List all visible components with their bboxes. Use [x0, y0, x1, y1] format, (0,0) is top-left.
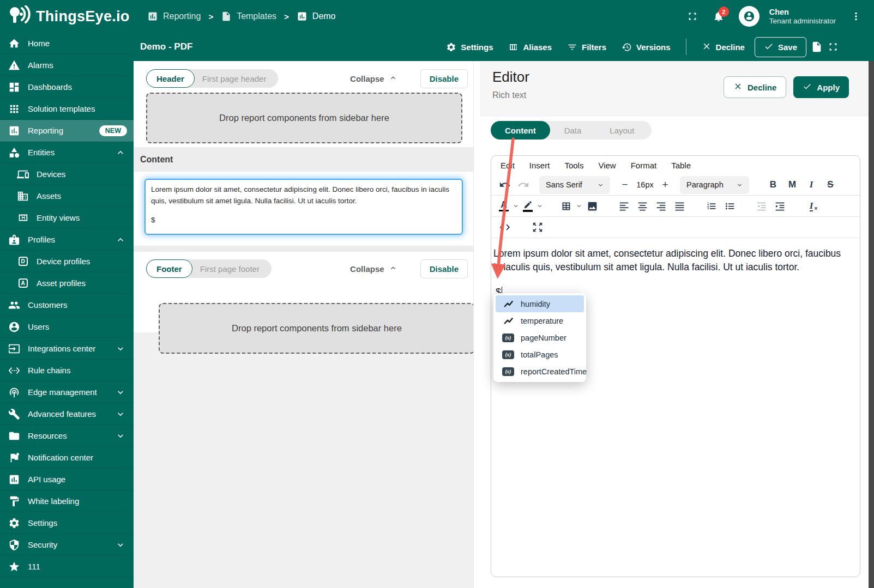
sidebar-item-home[interactable]: Home [0, 33, 134, 54]
font-family-select[interactable]: Sans Serif [539, 176, 610, 194]
undo-button[interactable] [496, 175, 514, 194]
sidebar-item-api-usage[interactable]: API usage [0, 469, 134, 490]
align-left-button[interactable] [614, 197, 633, 215]
breadcrumb-item-demo[interactable]: Demo [297, 11, 336, 22]
sidebar-item-resources[interactable]: Resources [0, 425, 134, 447]
outdent-button[interactable] [752, 197, 770, 215]
editor-apply-button[interactable]: Apply [793, 76, 849, 98]
save-report-button[interactable]: Save [755, 37, 806, 57]
image-button[interactable] [583, 197, 601, 215]
sidebar-item-entity-views[interactable]: Entity views [0, 207, 134, 229]
sidebar-item-devices[interactable]: Devices [0, 163, 134, 185]
menu-insert[interactable]: Insert [529, 161, 550, 170]
bold-button[interactable]: B [764, 175, 782, 194]
italic-button[interactable]: I [803, 175, 820, 194]
sidebar-item-integrations-center[interactable]: Integrations center [0, 338, 134, 360]
brand-logo[interactable]: ThingsEye.io [0, 5, 135, 27]
clear-formatting-button[interactable]: I× [802, 197, 821, 215]
footer-collapse-button[interactable]: Collapse [350, 264, 397, 274]
indent-button[interactable] [770, 197, 789, 215]
source-code-button[interactable] [496, 218, 514, 237]
tab-data[interactable]: Data [550, 121, 596, 140]
home-icon [8, 37, 21, 50]
text-color-button[interactable]: A [496, 197, 512, 215]
editor-toolbar-row-1: Sans Serif − 16px + Paragraph BMIS [491, 174, 860, 195]
sidebar-item-notification-center[interactable]: Notification center [0, 447, 134, 469]
content-editor-preview[interactable]: Lorem ipsum dolor sit amet, consectetur … [144, 179, 463, 235]
sidebar-item-settings[interactable]: Settings [0, 512, 134, 534]
sidebar-item-edge-management[interactable]: Edge management [0, 381, 134, 403]
sidebar-item-asset-profiles[interactable]: AAsset profiles [0, 272, 134, 294]
page-scrollbar[interactable] [869, 61, 874, 588]
user-block[interactable]: Chen Tenant administrator [769, 7, 836, 26]
sidebar-item-rule-chains[interactable]: Rule chains [0, 360, 134, 381]
generate-report-button[interactable] [811, 41, 823, 53]
sidebar-item-assets[interactable]: Assets [0, 185, 134, 207]
menu-table[interactable]: Table [671, 161, 691, 170]
tab-layout[interactable]: Layout [595, 121, 648, 140]
sidebar-item-users[interactable]: Users [0, 316, 134, 338]
font-size-value[interactable]: 16px [634, 180, 656, 189]
settings-toolbar-button[interactable]: Settings [441, 38, 498, 57]
sidebar-item-profiles[interactable]: Profiles [0, 229, 134, 251]
align-center-button[interactable] [633, 197, 652, 215]
font-size-increase-button[interactable]: + [656, 175, 674, 194]
redo-button[interactable] [514, 175, 533, 194]
top-actions: 2 Chen Tenant administrator [686, 6, 874, 27]
avatar[interactable] [739, 6, 760, 27]
toolbar-fullscreen-button[interactable] [827, 41, 839, 53]
menu-edit[interactable]: Edit [501, 161, 515, 170]
sidebar-item-customers[interactable]: Customers [0, 294, 134, 316]
sidebar-item-111[interactable]: 111 [0, 556, 134, 578]
align-right-button[interactable] [652, 197, 670, 215]
font-size-decrease-button[interactable]: − [616, 175, 634, 194]
header-tab[interactable]: Header [146, 69, 195, 88]
header-disable-button[interactable]: Disable [420, 69, 468, 88]
autocomplete-option-totalPages[interactable]: (x)totalPages [496, 346, 584, 363]
sidebar-item-reporting[interactable]: ReportingNEW [0, 120, 134, 142]
header-collapse-button[interactable]: Collapse [350, 74, 397, 84]
footer-disable-button[interactable]: Disable [420, 259, 468, 278]
menu-tools[interactable]: Tools [564, 161, 583, 170]
fullscreen-button[interactable] [686, 10, 698, 22]
sidebar-item-white-labeling[interactable]: White labeling [0, 490, 134, 512]
autocomplete-option-humidity[interactable]: humidity [496, 295, 584, 312]
kebab-menu-button[interactable] [850, 10, 862, 22]
aliases-toolbar-button[interactable]: Aliases [503, 38, 557, 57]
tab-content[interactable]: Content [491, 121, 550, 140]
breadcrumb-item-reporting[interactable]: Reporting [147, 11, 201, 22]
sidebar-item-entities[interactable]: Entities [0, 142, 134, 163]
header-dropzone[interactable]: Drop report components from sidebar here [146, 93, 462, 143]
numbered-list-button[interactable]: 123 [702, 197, 720, 215]
sidebar-item-solution-templates[interactable]: Solution templates [0, 98, 134, 120]
filters-toolbar-button[interactable]: Filters [562, 38, 612, 57]
sidebar-item-dashboards[interactable]: Dashboards [0, 76, 134, 98]
menu-view[interactable]: View [598, 161, 616, 170]
editor-content-area[interactable]: Lorem ipsum dolor sit amet, consectetur … [491, 238, 860, 299]
merge-tag-button[interactable]: M [783, 175, 801, 194]
chevron-down-icon [115, 539, 126, 550]
sidebar-item-device-profiles[interactable]: DDevice profiles [0, 251, 134, 272]
editor-fullscreen-button[interactable] [528, 218, 547, 237]
autocomplete-option-temperature[interactable]: temperature [496, 312, 584, 329]
editor-decline-button[interactable]: Decline [724, 76, 786, 98]
first-page-header-tab[interactable]: First page header [195, 74, 279, 83]
sidebar-item-advanced-features[interactable]: Advanced features [0, 403, 134, 425]
align-justify-button[interactable] [670, 197, 689, 215]
first-page-footer-tab[interactable]: First page footer [192, 264, 272, 274]
block-format-select[interactable]: Paragraph [680, 176, 749, 194]
footer-dropzone[interactable]: Drop report components from sidebar here [159, 303, 475, 354]
bullet-list-button[interactable] [720, 197, 739, 215]
table-button[interactable] [557, 197, 575, 215]
decline-report-button[interactable]: Decline [696, 37, 750, 57]
breadcrumb-item-templates[interactable]: Templates [221, 11, 276, 22]
autocomplete-option-reportCreatedTime[interactable]: (x)reportCreatedTime [496, 363, 584, 380]
autocomplete-option-pageNumber[interactable]: (x)pageNumber [496, 329, 584, 346]
sidebar-item-security[interactable]: Security [0, 534, 134, 556]
highlight-color-button[interactable] [520, 197, 536, 215]
sidebar-item-alarms[interactable]: Alarms [0, 54, 134, 76]
versions-toolbar-button[interactable]: Versions [616, 38, 676, 57]
strikethrough-button[interactable]: S [822, 175, 839, 194]
menu-format[interactable]: Format [631, 161, 657, 170]
footer-tab[interactable]: Footer [146, 259, 192, 278]
